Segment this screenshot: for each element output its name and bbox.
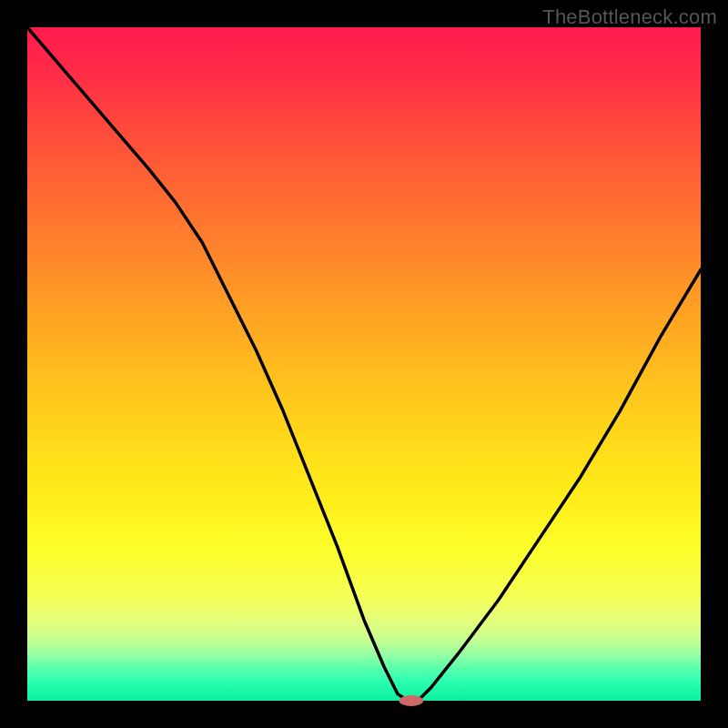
optimal-point-marker — [399, 695, 423, 706]
chart-svg — [27, 27, 701, 701]
chart-frame: TheBottleneck.com — [0, 0, 728, 728]
bottleneck-curve — [27, 27, 701, 701]
watermark-text: TheBottleneck.com — [542, 5, 717, 29]
plot-area — [27, 27, 701, 701]
